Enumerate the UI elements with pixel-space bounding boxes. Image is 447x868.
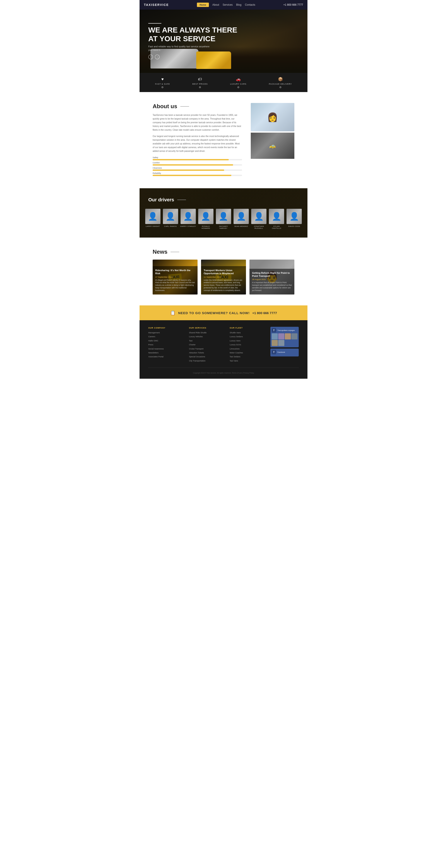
news-card-3[interactable]: 👨 Getting Reform Right for Point to Poin… <box>250 259 294 294</box>
progress-cleanness: Cleanness <box>153 167 242 171</box>
footer-link-luxury-vans[interactable]: Luxury Vans <box>230 339 266 342</box>
hero-section: WE ARE ALWAYS THERE AT YOUR SERVICE Fast… <box>139 9 308 73</box>
news-overlay: Ridesharing: It's Not Worth the Risk 17 … <box>153 266 197 294</box>
about-section: About us TaxiService has been a taxicab … <box>139 92 308 188</box>
drivers-title: Our drivers <box>144 197 303 203</box>
main-nav: Home About Services Blog Contacts <box>197 3 255 7</box>
footer-link-motor-coaches[interactable]: Motor Coaches <box>230 351 266 354</box>
footer-social-col: f Thecupofane.ru/pages f Facebook <box>270 327 299 363</box>
driver-photo: 👤 <box>198 209 214 224</box>
footer-link-careers[interactable]: Careers <box>148 335 185 338</box>
about-image-bottom: 🚕 <box>251 133 294 159</box>
footer-link-social[interactable]: Social Awareness <box>148 347 185 350</box>
cta-icon: 📋 <box>170 310 175 315</box>
feature-label: BEST PRICES <box>192 83 207 85</box>
hero-content: WE ARE ALWAYS THERE AT YOUR SERVICE Fast… <box>148 23 299 59</box>
driver-name: SEAN MENDEZ <box>233 225 249 227</box>
about-text-2: Our largest and longest running taxicab … <box>153 134 242 153</box>
hero-title: WE ARE ALWAYS THERE AT YOUR SERVICE <box>148 26 299 43</box>
footer-link-associates[interactable]: Associates Portal <box>148 355 185 358</box>
nav-services[interactable]: Services <box>223 3 233 6</box>
nav-home[interactable]: Home <box>197 3 209 7</box>
footer-link-luxury-vehicles[interactable]: Luxury Vehicles <box>189 335 225 338</box>
nav-contacts[interactable]: Contacts <box>245 3 255 6</box>
footer-link-luxury-sedans[interactable]: Luxury Sedans <box>230 335 266 338</box>
footer-link-attraction[interactable]: Attraction Tickets <box>189 351 225 354</box>
driver-zachary-harvey: 👤 ZACHARY HARVEY <box>215 207 232 231</box>
driver-david-cook: 👤 DAVID COOK <box>285 207 303 231</box>
news-card-2[interactable]: TAXI Transport Workers Union Opportunism… <box>201 259 246 294</box>
title-line <box>180 106 189 107</box>
footer-fleet-col: OUR FLEET Shuttle Vans Luxury Sedans Lux… <box>230 327 266 363</box>
footer-link-special[interactable]: Special Occasions <box>189 355 225 358</box>
progress-comfort: Comfort <box>153 162 242 165</box>
footer-link-hallo[interactable]: Hallo! DMC <box>148 339 185 342</box>
news-item-title: Getting Reform Right for Point to Point … <box>252 271 292 278</box>
package-icon: 📦 <box>269 77 292 82</box>
news-title: News <box>153 248 294 255</box>
feature-package-delivery: 📦 PACKAGE DELIVERY <box>269 77 292 88</box>
driver-name: HARRY STANLEY <box>180 225 196 227</box>
driver-photo: 👤 <box>216 209 231 224</box>
news-section: News TAXI Ridesharing: It's Not Worth th… <box>139 238 308 305</box>
footer-link-press[interactable]: Press <box>148 343 185 346</box>
features-bar: ♥ FAST & SAFE 🏷 BEST PRICES 🚗 LUXURY CAR… <box>139 73 308 92</box>
driver-name: ZACHARY HARVEY <box>216 225 231 229</box>
car-icon: 🚗 <box>230 77 246 82</box>
header: TAXISERVICE Home About Services Blog Con… <box>139 0 308 9</box>
cta-banner[interactable]: 📋 NEED TO GO SOMEWHERE? CALL NOW! +1 800… <box>139 305 308 320</box>
feature-label: FAST & SAFE <box>155 83 170 85</box>
news-overlay: Getting Reform Right for Point to Point … <box>250 269 294 294</box>
facebook-icon-2: f <box>272 350 276 354</box>
driver-harry-stanley: 👤 HARRY STANLEY <box>179 207 197 231</box>
footer-link-luxury-suvs[interactable]: Luxury SUVs <box>230 343 266 346</box>
footer-link-shared-ride[interactable]: Shared Ride Shuttle <box>189 331 225 334</box>
footer-link-limousines[interactable]: Limousines <box>230 347 266 350</box>
facebook-widget-1[interactable]: f Thecupofane.ru/pages <box>270 327 299 347</box>
driver-carl-ramos: 👤 CARL RAMOS <box>162 207 179 231</box>
footer-link-cruise[interactable]: Cruise Transport <box>189 347 225 350</box>
progress-bar <box>153 175 242 176</box>
fb-header: f Thecupofane.ru/pages <box>272 328 297 333</box>
driver-jonathan-russell: 👤 JONATHAN RUSSELL <box>250 207 268 231</box>
progress-bar <box>153 169 242 171</box>
header-phone: +1 800 666 7777 <box>284 3 303 6</box>
cta-text: NEED TO GO SOMEWHERE? CALL NOW! <box>178 311 250 315</box>
footer-link-city-transport[interactable]: City Transportation <box>189 359 225 362</box>
nav-about[interactable]: About <box>212 3 219 6</box>
news-item-date: 11 September 2015 <box>204 276 243 278</box>
footer-link-taxi-vans[interactable]: Taxi Vans <box>230 359 266 362</box>
footer-link-management[interactable]: Management <box>148 331 185 334</box>
fb-photo <box>278 333 284 339</box>
feature-luxury-cars: 🚗 LUXURY CARS <box>230 77 246 88</box>
footer-link-shuttle-vans[interactable]: Shuttle Vans <box>230 331 266 334</box>
hero-next-arrow[interactable]: › <box>155 55 160 59</box>
footer-link-newsletters[interactable]: Newsletters <box>148 351 185 354</box>
facebook-widget-2[interactable]: f Facebook <box>270 349 299 356</box>
facebook-icon: f <box>272 328 276 333</box>
hero-prev-arrow[interactable]: ‹ <box>148 55 153 59</box>
footer-link-taxi-sedans[interactable]: Taxi Sedans <box>230 355 266 358</box>
driver-name: DYLAN CASTILLO <box>268 225 285 229</box>
fb-photo <box>278 340 284 346</box>
footer-copyright: Copyright 2015 © Taxi service. All right… <box>148 368 299 374</box>
about-title: About us <box>153 103 242 110</box>
tag-icon: 🏷 <box>192 77 207 82</box>
news-item-desc: Under the NSW drivers' agreement, driver… <box>204 279 243 292</box>
news-card-1[interactable]: TAXI Ridesharing: It's Not Worth the Ris… <box>153 259 197 294</box>
footer-link-taxi[interactable]: Taxi <box>189 339 225 342</box>
progress-bars: Safety Comfort Cleanness Reliability <box>153 156 242 176</box>
drivers-grid: 👤 LARRY KNIGHT 👤 CARL RAMOS 👤 HARRY STAN… <box>144 207 303 231</box>
cta-phone: +1 800 666 7777 <box>252 311 277 315</box>
title-line <box>170 252 179 252</box>
about-left: About us TaxiService has been a taxicab … <box>153 103 242 177</box>
fb-header-2: f Facebook <box>272 350 297 354</box>
hero-arrows: ‹ › <box>148 55 299 59</box>
about-images: 👩 🚕 <box>251 103 294 159</box>
feature-dot <box>162 86 163 88</box>
footer-link-charter[interactable]: Charter <box>189 343 225 346</box>
footer: OUR COMPANY Management Careers Hallo! DM… <box>139 320 308 379</box>
nav-blog[interactable]: Blog <box>236 3 242 6</box>
driver-larry-knight: 👤 LARRY KNIGHT <box>144 207 162 231</box>
progress-safety: Safety <box>153 156 242 160</box>
